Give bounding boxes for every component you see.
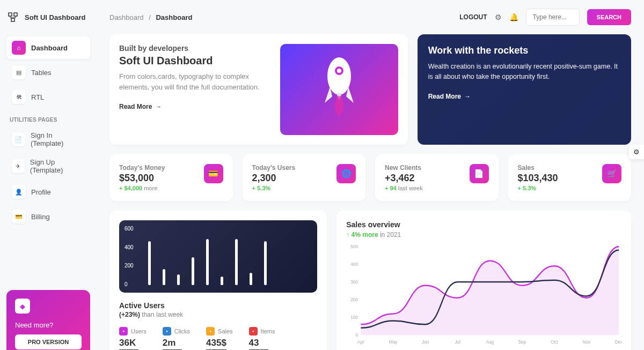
stat-delta: + 5.3% [518, 185, 558, 191]
hero-subtitle: Built by developers [119, 44, 267, 53]
home-icon: ⌂ [12, 41, 26, 55]
metric-sales: ▪Sales 435$ [206, 327, 233, 350]
bar [192, 257, 194, 285]
hero-card: Built by developers Soft UI Dashboard Fr… [109, 34, 408, 145]
stat-card-new-clients: New Clients +3,462 + 94 last week 📄 [375, 154, 499, 201]
stat-label: Today's Money [119, 164, 165, 172]
sidebar-item-sign-in-template-[interactable]: 📄 Sign In (Template) [6, 127, 90, 152]
bar [264, 241, 267, 285]
svg-text:Sep: Sep [518, 339, 526, 345]
sidebar-item-tables[interactable]: ▤ Tables [6, 61, 90, 84]
bar [177, 274, 180, 285]
globe-icon: 🌐 [336, 164, 356, 183]
rocket-title: Work with the rockets [428, 45, 620, 56]
svg-text:500: 500 [350, 244, 358, 249]
stat-label: New Clients [385, 164, 423, 172]
stat-value: 2,300 [252, 173, 296, 184]
svg-rect-2 [11, 18, 14, 21]
bell-icon[interactable]: 🔔 [509, 13, 518, 21]
sidebar-item-profile[interactable]: 👤 Profile [6, 181, 90, 203]
user-icon: 👤 [12, 185, 26, 199]
svg-text:Jul: Jul [455, 339, 461, 345]
gear-icon[interactable]: ⚙ [495, 13, 502, 21]
stat-delta: + 94 last week [385, 185, 423, 191]
metric-value: 36K [119, 338, 138, 350]
svg-text:200: 200 [350, 297, 358, 302]
stat-delta: + 5.3% [252, 185, 296, 191]
logout-link[interactable]: LOGOUT [459, 13, 487, 21]
sidebar-item-label: Sign Up (Template) [30, 158, 85, 174]
svg-point-10 [335, 96, 343, 115]
search-input[interactable] [526, 9, 580, 26]
svg-text:100: 100 [350, 315, 358, 320]
stat-value: +3,462 [385, 173, 423, 184]
bar [235, 239, 238, 285]
svg-point-7 [327, 57, 351, 95]
arrow-right-icon: → [464, 93, 471, 100]
sidebar-item-dashboard[interactable]: ⌂ Dashboard [6, 36, 90, 59]
svg-text:Oct: Oct [551, 339, 558, 345]
logo-icon [6, 11, 19, 24]
svg-text:300: 300 [350, 279, 358, 285]
bar [250, 273, 252, 285]
metric-clicks: ▪Clicks 2m [163, 327, 190, 350]
hero-image [280, 44, 398, 135]
svg-text:0: 0 [356, 332, 358, 338]
active-users-subtitle: (+23%) than last week [119, 311, 317, 318]
rocket-card: Work with the rockets Wealth creation is… [418, 34, 631, 145]
stat-card-sales: Sales $103,430 + 5.3% 🛒 [508, 154, 632, 201]
doc-icon: 📄 [470, 164, 489, 183]
nav-section-label: UTILITIES PAGES [10, 117, 90, 123]
breadcrumb-root[interactable]: Dashboard [109, 13, 144, 21]
line-chart: 0100200300400500AprMayJunJulAugSepOctNov… [346, 244, 621, 346]
chart-icon: ▤ [12, 65, 26, 79]
sidebar-item-label: Sign In (Template) [31, 131, 85, 147]
stat-card-today-s-users: Today's Users 2,300 + 5.3% 🌐 [243, 154, 366, 201]
stat-label: Today's Users [252, 164, 296, 172]
sidebar-item-billing[interactable]: 💳 Billing [6, 205, 90, 228]
svg-text:Nov: Nov [583, 339, 591, 345]
search-button[interactable]: SEARCH [587, 9, 631, 25]
svg-text:Jun: Jun [422, 339, 429, 345]
bar [163, 269, 165, 285]
metric-icon: ▪ [163, 327, 171, 336]
doc-icon: 📄 [12, 132, 25, 146]
svg-text:400: 400 [350, 262, 358, 267]
metric-icon: ▪ [119, 327, 128, 336]
svg-text:Aug: Aug [486, 339, 494, 345]
svg-point-9 [337, 69, 341, 73]
stat-value: $103,430 [518, 173, 558, 184]
logo: Soft UI Dashboard [6, 11, 90, 24]
rocket-read-more-link[interactable]: Read More → [428, 93, 620, 100]
metric-value: 435$ [206, 338, 226, 350]
pro-version-button[interactable]: PRO VERSION [15, 334, 82, 349]
card-icon: 💳 [12, 210, 26, 224]
topbar: Dashboard / Dashboard LOGOUT ⚙ 🔔 SEARCH [109, 9, 631, 26]
metric-value: 2m [163, 338, 182, 350]
sidebar-item-label: Profile [31, 188, 51, 196]
metric-icon: ▪ [249, 327, 258, 336]
stat-card-today-s-money: Today's Money $53,000 + $4,000 more 💳 [109, 154, 233, 201]
metric-items: ▪Items 43 [249, 327, 275, 350]
svg-text:May: May [389, 339, 398, 345]
stat-delta: + $4,000 more [119, 185, 165, 191]
active-users-card: 6004002000 Active Users (+23%) than last… [109, 211, 327, 350]
pro-question: Need more? [15, 321, 82, 329]
svg-rect-0 [9, 13, 12, 16]
main-content: Dashboard / Dashboard LOGOUT ⚙ 🔔 SEARCH … [97, 0, 644, 350]
diamond-icon: ◆ [15, 299, 30, 314]
sidebar: Soft UI Dashboard ⌂ Dashboard ▤ Tables 🛠… [0, 0, 97, 350]
sales-overview-card: Sales overview ↑ 4% more in 2021 0100200… [336, 211, 631, 350]
rocket-icon: ✈ [12, 159, 25, 173]
svg-rect-1 [14, 13, 17, 16]
active-users-title: Active Users [119, 301, 317, 310]
pro-card: ◆ Need more? PRO VERSION [6, 290, 90, 350]
sidebar-item-sign-up-template-[interactable]: ✈ Sign Up (Template) [6, 154, 90, 178]
metric-users: ▪Users 36K [119, 327, 147, 350]
hero-read-more-link[interactable]: Read More → [119, 103, 267, 110]
floating-settings-button[interactable]: ⚙ [629, 145, 644, 159]
cart-icon: 🛒 [602, 164, 621, 183]
sales-overview-title: Sales overview [346, 220, 621, 229]
sidebar-item-rtl[interactable]: 🛠 RTL [6, 86, 90, 108]
tool-icon: 🛠 [12, 90, 26, 104]
